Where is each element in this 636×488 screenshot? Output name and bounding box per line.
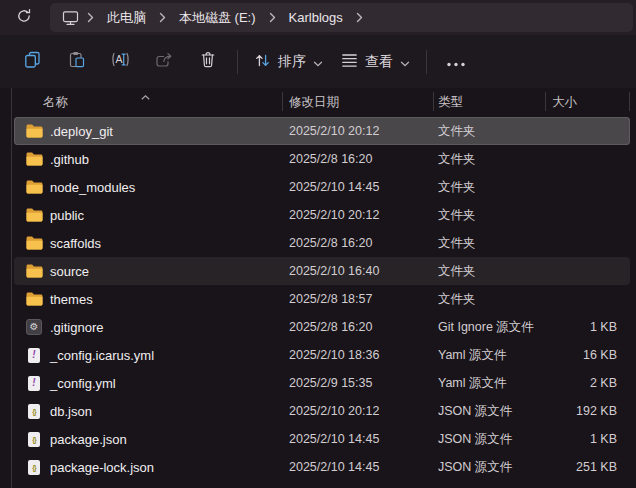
file-name: themes: [50, 292, 93, 307]
file-type: 文件夹: [433, 291, 545, 308]
file-row[interactable]: ⚙.gitignore2025/2/8 16:20Git Ignore 源文件1…: [14, 313, 630, 341]
chevron-down-icon: [313, 54, 323, 70]
json-file-icon: {}: [25, 459, 43, 476]
column-divider[interactable]: [629, 92, 630, 111]
file-type: 文件夹: [433, 207, 545, 224]
paste-button[interactable]: [54, 44, 98, 80]
file-row[interactable]: scaffolds2025/2/8 16:20文件夹: [14, 229, 630, 257]
file-row[interactable]: .deploy_git2025/2/10 20:12文件夹: [14, 117, 630, 145]
file-row[interactable]: {}package.json2025/2/10 14:45JSON 源文件1 K…: [14, 425, 630, 453]
file-name: _config.icarus.yml: [50, 348, 154, 363]
file-type: 文件夹: [433, 263, 545, 280]
file-type: Yaml 源文件: [433, 347, 545, 364]
copy-icon: [24, 51, 41, 72]
view-button[interactable]: 查看: [332, 44, 419, 80]
file-type: 文件夹: [433, 235, 545, 252]
folder-icon: [25, 207, 43, 224]
breadcrumb-item[interactable]: 此电脑: [100, 6, 153, 30]
folder-icon: [25, 123, 43, 140]
file-row[interactable]: !_config.yml2025/2/9 15:35Yaml 源文件2 KB: [14, 369, 630, 397]
file-row[interactable]: !_config.icarus.yml2025/2/10 18:36Yaml 源…: [14, 341, 630, 369]
json-file-icon: {}: [25, 403, 43, 420]
modified-date: 2025/2/8 16:20: [282, 320, 433, 334]
file-row[interactable]: {}package-lock.json2025/2/10 14:45JSON 源…: [14, 453, 630, 481]
column-header-2[interactable]: 修改日期: [282, 88, 433, 116]
column-divider[interactable]: [545, 92, 546, 111]
file-size: 2 KB: [545, 376, 630, 390]
modified-date: 2025/2/10 20:12: [282, 124, 433, 138]
chevron-down-icon: [400, 54, 410, 70]
file-name: package.json: [50, 432, 127, 447]
navigation-bar: 此电脑本地磁盘 (E:)Karlblogs: [0, 0, 636, 35]
toolbar-divider: [237, 50, 238, 74]
file-size: 192 KB: [545, 404, 630, 418]
folder-icon: [25, 263, 43, 280]
file-size: 251 KB: [545, 460, 630, 474]
refresh-button[interactable]: [9, 3, 39, 32]
modified-date: 2025/2/10 18:36: [282, 348, 433, 362]
folder-icon: [25, 179, 43, 196]
sort-button-label: 排序: [278, 53, 306, 71]
pane-splitter[interactable]: [11, 88, 12, 488]
copy-button[interactable]: [10, 44, 54, 80]
column-divider[interactable]: [433, 92, 434, 111]
file-name: scaffolds: [50, 236, 101, 251]
file-explorer-window: 此电脑本地磁盘 (E:)Karlblogs: [0, 0, 636, 488]
column-divider[interactable]: [282, 92, 283, 111]
file-name: source: [50, 264, 89, 279]
breadcrumb-item[interactable]: Karlblogs: [282, 7, 350, 28]
file-list: .deploy_git2025/2/10 20:12文件夹.github2025…: [14, 117, 630, 481]
folder-icon: [25, 235, 43, 252]
file-row[interactable]: .github2025/2/8 16:20文件夹: [14, 145, 630, 173]
file-row[interactable]: source2025/2/10 16:40文件夹: [14, 257, 630, 285]
modified-date: 2025/2/10 14:45: [282, 460, 433, 474]
file-name: _config.yml: [50, 376, 116, 391]
file-type: JSON 源文件: [433, 403, 545, 420]
trash-icon: [200, 51, 216, 72]
share-button[interactable]: [142, 44, 186, 80]
file-type: Git Ignore 源文件: [433, 319, 545, 336]
yaml-file-icon: !: [25, 375, 43, 392]
file-name: .deploy_git: [50, 124, 113, 139]
sort-button[interactable]: 排序: [245, 44, 332, 80]
modified-date: 2025/2/10 20:12: [282, 404, 433, 418]
file-size: 16 KB: [545, 348, 630, 362]
yaml-file-icon: !: [25, 347, 43, 364]
folder-icon: [25, 151, 43, 168]
modified-date: 2025/2/10 16:40: [282, 264, 433, 278]
paste-icon: [68, 51, 85, 72]
file-row[interactable]: themes2025/2/8 18:57文件夹: [14, 285, 630, 313]
json-file-icon: {}: [25, 431, 43, 448]
refresh-icon: [16, 8, 32, 28]
modified-date: 2025/2/10 20:12: [282, 208, 433, 222]
column-headers: 名称修改日期类型大小: [14, 88, 630, 116]
rename-button[interactable]: A: [98, 44, 142, 80]
more-options-button[interactable]: [434, 44, 478, 80]
address-bar[interactable]: 此电脑本地磁盘 (E:)Karlblogs: [50, 3, 633, 32]
file-name: node_modules: [50, 180, 135, 195]
chevron-right-icon: [350, 12, 369, 23]
breadcrumb-item[interactable]: 本地磁盘 (E:): [172, 6, 263, 30]
column-header-4[interactable]: 大小: [545, 88, 630, 116]
chevron-right-icon: [263, 12, 282, 23]
delete-button[interactable]: [186, 44, 230, 80]
file-type: 文件夹: [433, 179, 545, 196]
file-row[interactable]: {}db.json2025/2/10 20:12JSON 源文件192 KB: [14, 397, 630, 425]
file-type: Yaml 源文件: [433, 375, 545, 392]
column-header-3[interactable]: 类型: [433, 88, 545, 116]
file-row[interactable]: node_modules2025/2/10 14:45文件夹: [14, 173, 630, 201]
modified-date: 2025/2/8 16:20: [282, 152, 433, 166]
command-toolbar: A: [0, 35, 636, 88]
list-lines-icon: [341, 53, 358, 71]
breadcrumb: 此电脑本地磁盘 (E:)Karlblogs: [81, 6, 369, 30]
this-pc-monitor-icon: [62, 10, 79, 26]
file-size: 1 KB: [545, 432, 630, 446]
file-row[interactable]: public2025/2/10 20:12文件夹: [14, 201, 630, 229]
file-size: 1 KB: [545, 320, 630, 334]
file-name: .gitignore: [50, 320, 103, 335]
toolbar-divider: [426, 50, 427, 74]
file-type: 文件夹: [433, 123, 545, 140]
modified-date: 2025/2/8 16:20: [282, 236, 433, 250]
file-name: package-lock.json: [50, 460, 154, 475]
modified-date: 2025/2/9 15:35: [282, 376, 433, 390]
